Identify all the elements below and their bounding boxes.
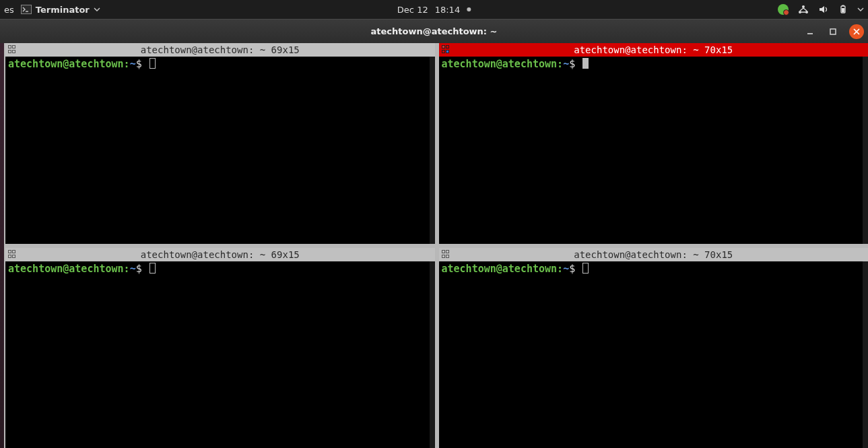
close-icon: [853, 28, 860, 35]
scrollbar[interactable]: [430, 261, 435, 449]
prompt-symbol: $: [569, 263, 575, 275]
svg-point-4: [805, 11, 808, 13]
pane-title-text: atechtown@atechtown: ~ 69x15: [141, 249, 300, 260]
svg-point-3: [799, 11, 801, 13]
pane-title-text: atechtown@atechtown: ~ 70x15: [574, 44, 733, 55]
terminal-body[interactable]: atechtown@atechtown:~$: [439, 261, 869, 449]
group-icon[interactable]: [8, 250, 18, 259]
group-icon[interactable]: [442, 45, 451, 55]
group-icon[interactable]: [8, 45, 18, 55]
pane-titlebar[interactable]: atechtown@atechtown: ~ 70x15: [439, 43, 869, 57]
maximize-icon: [829, 28, 837, 36]
prompt-symbol: $: [569, 58, 575, 70]
prompt-symbol: $: [136, 263, 142, 275]
pane-titlebar[interactable]: atechtown@atechtown: ~ 69x15: [5, 248, 435, 261]
svg-rect-9: [830, 29, 836, 34]
window-minimize-button[interactable]: [803, 25, 817, 38]
clock-date: Dec 12: [397, 5, 428, 15]
svg-rect-0: [21, 5, 31, 14]
chevron-down-icon: [94, 7, 100, 11]
window-titlebar[interactable]: atechtown@atechtown: ~: [0, 19, 868, 43]
chevron-down-icon[interactable]: [857, 7, 864, 11]
window-close-button[interactable]: [849, 24, 864, 39]
minimize-icon: [806, 28, 814, 36]
prompt-path: ~: [130, 263, 136, 275]
window-title: atechtown@atechtown: ~: [371, 26, 498, 36]
prompt-path: ~: [563, 58, 569, 70]
terminal-pane[interactable]: atechtown@atechtown: ~ 70x15 atechtown@a…: [439, 248, 869, 449]
app-menu-label: Terminator: [36, 5, 90, 15]
terminal-grid: atechtown@atechtown: ~ 69x15 atechtown@a…: [4, 43, 868, 448]
scrollbar[interactable]: [430, 57, 435, 244]
terminal-icon: [21, 5, 32, 14]
prompt-user: atechtown@atechtown: [8, 58, 124, 70]
app-menu[interactable]: Terminator: [21, 5, 100, 15]
prompt-user: atechtown@atechtown: [442, 263, 558, 275]
scrollbar[interactable]: [863, 57, 868, 244]
terminal-pane[interactable]: atechtown@atechtown: ~ 70x15 atechtown@a…: [439, 43, 869, 244]
svg-rect-7: [842, 8, 844, 12]
gnome-top-bar: es Terminator Dec 12 18:14: [0, 0, 868, 19]
terminal-body[interactable]: atechtown@atechtown:~$: [5, 57, 435, 244]
prompt-user: atechtown@atechtown: [8, 263, 124, 275]
prompt-path: ~: [563, 263, 569, 275]
terminal-pane[interactable]: atechtown@atechtown: ~ 69x15 atechtown@a…: [5, 248, 435, 449]
svg-point-2: [802, 5, 805, 8]
pane-titlebar[interactable]: atechtown@atechtown: ~ 70x15: [439, 248, 869, 261]
scrollbar[interactable]: [863, 261, 868, 449]
battery-icon[interactable]: [838, 5, 848, 14]
pane-titlebar[interactable]: atechtown@atechtown: ~ 69x15: [5, 43, 435, 57]
volume-icon[interactable]: [818, 5, 829, 14]
pane-title-text: atechtown@atechtown: ~ 69x15: [141, 44, 300, 55]
network-icon[interactable]: [798, 5, 809, 14]
cursor-icon: [149, 58, 156, 69]
clock-time: 18:14: [435, 5, 460, 15]
prompt-user: atechtown@atechtown: [442, 58, 558, 70]
notification-dot-icon: [467, 7, 471, 11]
cursor-icon: [149, 263, 156, 274]
svg-rect-6: [842, 5, 844, 7]
prompt-path: ~: [130, 58, 136, 70]
terminal-body[interactable]: atechtown@atechtown:~$: [439, 57, 869, 244]
terminal-pane[interactable]: atechtown@atechtown: ~ 69x15 atechtown@a…: [5, 43, 435, 244]
group-icon[interactable]: [442, 250, 451, 259]
cursor-icon: [582, 58, 589, 69]
clock-area[interactable]: Dec 12 18:14: [397, 5, 471, 15]
activities-fragment[interactable]: es: [4, 5, 14, 15]
pane-title-text: atechtown@atechtown: ~ 70x15: [574, 249, 733, 260]
terminal-body[interactable]: atechtown@atechtown:~$: [5, 261, 435, 449]
update-indicator-icon[interactable]: [778, 4, 789, 15]
cursor-icon: [582, 263, 589, 274]
prompt-symbol: $: [136, 58, 142, 70]
window-maximize-button[interactable]: [826, 25, 840, 38]
